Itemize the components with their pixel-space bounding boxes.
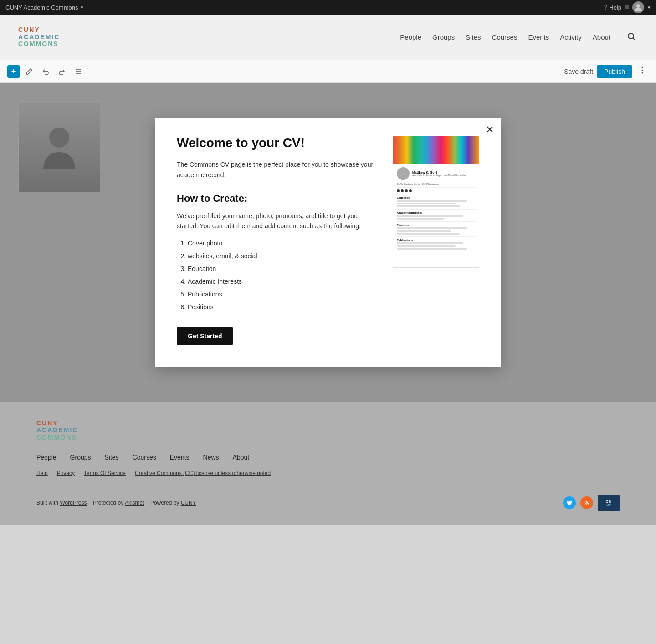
footer-tos-link[interactable]: Terms Of Service: [84, 470, 126, 476]
footer-logo-cuny: CUNY: [36, 419, 58, 427]
rss-feed-icon: [584, 500, 590, 506]
modal-features-list: Cover photo websites, email, & social Ed…: [177, 237, 374, 313]
twitter-icon[interactable]: [563, 496, 576, 509]
svg-point-6: [642, 67, 643, 68]
svg-point-11: [584, 505, 585, 505]
get-started-button[interactable]: Get Started: [177, 327, 233, 345]
footer-akismet-link[interactable]: Akismet: [125, 500, 144, 506]
cv-pos-line-1: [397, 227, 467, 229]
admin-bar-left: CUNY Academic Commons ▾: [5, 4, 83, 11]
toolbar-right: Save draft Publish: [564, 64, 649, 79]
footer-nav-about[interactable]: About: [233, 454, 250, 461]
cv-publications-title: Publications: [397, 239, 475, 241]
admin-avatar[interactable]: [632, 1, 644, 13]
footer-cc-link[interactable]: Creative Commons (CC) license unless oth…: [135, 470, 271, 476]
cv-social-icons: [397, 189, 475, 192]
undo-button[interactable]: [38, 64, 53, 79]
nav-activity[interactable]: Activity: [560, 33, 582, 41]
nav-events[interactable]: Events: [528, 33, 549, 41]
search-button[interactable]: [625, 30, 638, 44]
list-item-2: websites, email, & social: [188, 250, 374, 262]
cv-academic-title: Academic Interests: [397, 211, 475, 214]
cuny-badge-text: CU: [606, 499, 612, 504]
admin-bar: CUNY Academic Commons ▾ ? Help ▾: [0, 0, 656, 15]
svg-point-1: [628, 33, 634, 39]
footer-logo[interactable]: CUNY ACADEMIC COMMONS: [36, 420, 620, 441]
save-draft-button[interactable]: Save draft: [564, 68, 593, 75]
cuny-badge-text2: NY: [606, 504, 611, 507]
list-icon: [75, 68, 82, 75]
footer-logo-academic: ACADEMIC: [36, 426, 78, 434]
logo-cuny: CUNY: [18, 26, 40, 33]
admin-help[interactable]: ? Help: [604, 4, 621, 11]
footer-privacy-link[interactable]: Privacy: [57, 470, 75, 476]
undo-icon: [42, 68, 49, 75]
cv-edu-line-2: [397, 203, 456, 204]
footer-nav: People Groups Sites Courses Events News …: [36, 454, 620, 461]
rss-icon[interactable]: [580, 496, 593, 509]
footer-nav-events[interactable]: Events: [170, 454, 190, 461]
footer-nav-people[interactable]: People: [36, 454, 56, 461]
cv-academic-line-2: [397, 218, 444, 220]
nav-sites[interactable]: Sites: [466, 33, 481, 41]
social-dot-4: [409, 189, 412, 192]
cv-divider-1: [397, 187, 475, 188]
list-view-button[interactable]: [71, 64, 86, 79]
add-block-button[interactable]: +: [7, 65, 20, 78]
more-icon: [638, 66, 647, 75]
nav-people[interactable]: People: [400, 33, 421, 41]
list-item-4: Academic Interests: [188, 275, 374, 288]
modal-title: Welcome to your CV!: [177, 136, 374, 150]
cv-pos-line-2: [397, 230, 451, 232]
svg-line-2: [633, 38, 636, 41]
cv-content-area: Matthew K. Gold Associate Professor of E…: [393, 164, 479, 254]
footer-help-link[interactable]: Help: [36, 470, 48, 476]
nav-courses[interactable]: Courses: [492, 33, 518, 41]
cv-academic-line-1: [397, 215, 463, 217]
admin-dropdown-arrow[interactable]: ▾: [81, 5, 83, 10]
admin-user-dropdown[interactable]: ▾: [648, 5, 651, 10]
footer: CUNY ACADEMIC COMMONS People Groups Site…: [0, 402, 656, 525]
nav-about[interactable]: About: [593, 33, 610, 41]
twitter-bird-icon: [566, 500, 573, 506]
cv-address: CUNY Graduate Center, 365 Fifth Avenue: [397, 183, 475, 185]
admin-bar-right: ? Help ▾: [604, 1, 651, 13]
cv-divider-4: [397, 221, 475, 222]
social-dot-2: [401, 189, 404, 192]
modal-how-to-desc: We've pre-filled your name, photo, prono…: [177, 211, 374, 231]
publish-button[interactable]: Publish: [597, 65, 632, 78]
modal-description: The Commons CV page is the perfect place…: [177, 159, 374, 180]
site-logo[interactable]: CUNY ACADEMIC COMMONS: [18, 26, 60, 47]
cv-person-icon: [397, 167, 410, 180]
footer-nav-sites[interactable]: Sites: [105, 454, 119, 461]
cv-preview: Matthew K. Gold Associate Professor of E…: [393, 136, 479, 268]
footer-bottom: Built with WordPress Protected by Akisme…: [36, 490, 620, 511]
cv-avatar-row: Matthew K. Gold Associate Professor of E…: [397, 167, 475, 180]
footer-nav-courses[interactable]: Courses: [133, 454, 156, 461]
cv-divider-2: [397, 194, 475, 194]
pencil-icon: [26, 68, 33, 75]
cv-person-title: Associate Professor of English and Digit…: [412, 174, 466, 177]
list-item-5: Publications: [188, 288, 374, 301]
footer-legal: Help Privacy Terms Of Service Creative C…: [36, 470, 620, 476]
footer-nav-groups[interactable]: Groups: [70, 454, 91, 461]
cuny-badge[interactable]: CU NY: [598, 495, 620, 511]
footer-cuny-link[interactable]: CUNY: [181, 500, 196, 506]
more-options-button[interactable]: [636, 64, 649, 79]
footer-wordpress-link[interactable]: WordPress: [60, 500, 87, 506]
cv-divider-5: [397, 236, 475, 237]
redo-button[interactable]: [55, 64, 69, 79]
edit-button[interactable]: [22, 64, 36, 79]
main-nav: CUNY ACADEMIC COMMONS People Groups Site…: [0, 15, 656, 60]
list-item-1: Cover photo: [188, 237, 374, 250]
admin-site-name[interactable]: CUNY Academic Commons: [5, 4, 78, 11]
footer-nav-news[interactable]: News: [203, 454, 219, 461]
cv-edu-line-3: [397, 205, 460, 207]
search-icon: [627, 32, 636, 41]
cv-pub-line-1: [397, 242, 463, 244]
modal-close-button[interactable]: ✕: [486, 125, 494, 135]
editor-toolbar: + Save draft Publish: [0, 60, 656, 83]
list-item-3: Education: [188, 262, 374, 275]
logo-commons: COMMONS: [18, 40, 59, 47]
nav-groups[interactable]: Groups: [432, 33, 455, 41]
